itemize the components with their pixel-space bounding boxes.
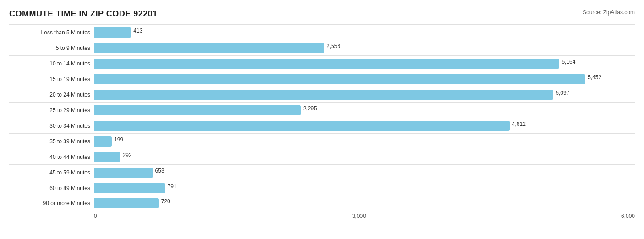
bar-label: 35 to 39 Minutes [9,138,94,145]
bar-value: 292 [122,152,131,158]
chart-body: Less than 5 Minutes4135 to 9 Minutes2,55… [9,24,635,208]
bar-track: 5,452 [94,71,635,87]
bar-track: 653 [94,165,635,180]
chart-source: Source: ZipAtlas.com [583,9,635,16]
bar-label: 20 to 24 Minutes [9,92,94,98]
bars-area: Less than 5 Minutes4135 to 9 Minutes2,55… [9,24,635,211]
bar-label: Less than 5 Minutes [9,29,94,36]
bar-label: 40 to 44 Minutes [9,154,94,160]
bar-fill: 791 [94,183,165,193]
bar-row: 30 to 34 Minutes4,612 [9,118,635,133]
bar-row: 20 to 24 Minutes5,097 [9,87,635,102]
bar-fill: 2,295 [94,105,301,115]
bar-fill: 720 [94,198,159,208]
bar-value: 5,097 [556,90,569,96]
bar-row: 90 or more Minutes720 [9,196,635,211]
bar-track: 791 [94,180,635,196]
x-axis: 03,0006,000 [94,213,635,219]
bar-row: 35 to 39 Minutes199 [9,133,635,149]
bar-row: 5 to 9 Minutes2,556 [9,40,635,55]
bar-fill: 5,097 [94,90,553,100]
bar-value: 5,452 [588,74,601,81]
bar-row: 25 to 29 Minutes2,295 [9,102,635,118]
bar-fill: 413 [94,27,131,38]
bar-row: 10 to 14 Minutes5,164 [9,55,635,71]
bar-value: 653 [155,168,164,174]
bar-value: 2,295 [303,105,317,112]
bar-fill: 653 [94,168,153,178]
bar-fill: 199 [94,136,112,147]
bar-fill: 5,452 [94,74,585,84]
chart-container: COMMUTE TIME IN ZIP CODE 92201 Source: Z… [0,0,644,239]
x-axis-label: 6,000 [621,213,635,219]
x-axis-label: 0 [94,213,97,219]
bar-label: 60 to 89 Minutes [9,185,94,191]
chart-header: COMMUTE TIME IN ZIP CODE 92201 Source: Z… [9,9,635,19]
bar-label: 45 to 59 Minutes [9,169,94,176]
bar-track: 5,164 [94,56,635,71]
bar-row: 45 to 59 Minutes653 [9,164,635,180]
bar-value: 720 [161,198,170,205]
bar-label: 25 to 29 Minutes [9,107,94,114]
bar-label: 90 or more Minutes [9,200,94,206]
bar-fill: 292 [94,152,120,162]
bar-row: 40 to 44 Minutes292 [9,149,635,164]
bar-track: 5,097 [94,87,635,102]
bar-fill: 4,612 [94,121,510,131]
bar-track: 2,295 [94,103,635,118]
bar-value: 791 [168,183,177,190]
bar-fill: 5,164 [94,59,559,69]
bar-value: 199 [114,136,123,143]
x-axis-label: 3,000 [352,213,366,219]
bar-track: 292 [94,149,635,164]
bar-track: 199 [94,134,635,149]
bar-value: 413 [133,27,142,34]
x-axis-labels: 03,0006,000 [94,213,635,219]
bar-label: 30 to 34 Minutes [9,123,94,129]
bar-label: 10 to 14 Minutes [9,60,94,67]
bar-track: 720 [94,196,635,211]
bar-track: 2,556 [94,40,635,55]
bar-value: 4,612 [512,121,526,127]
bar-row: 15 to 19 Minutes5,452 [9,71,635,87]
bar-value: 5,164 [562,59,575,65]
bar-row: 60 to 89 Minutes791 [9,180,635,196]
bar-track: 4,612 [94,118,635,133]
bar-value: 2,556 [327,43,340,49]
bar-label: 5 to 9 Minutes [9,45,94,51]
bar-track: 413 [94,25,635,40]
chart-title: COMMUTE TIME IN ZIP CODE 92201 [9,9,158,19]
bar-row: Less than 5 Minutes413 [9,24,635,40]
bar-label: 15 to 19 Minutes [9,76,94,82]
bar-fill: 2,556 [94,43,324,53]
